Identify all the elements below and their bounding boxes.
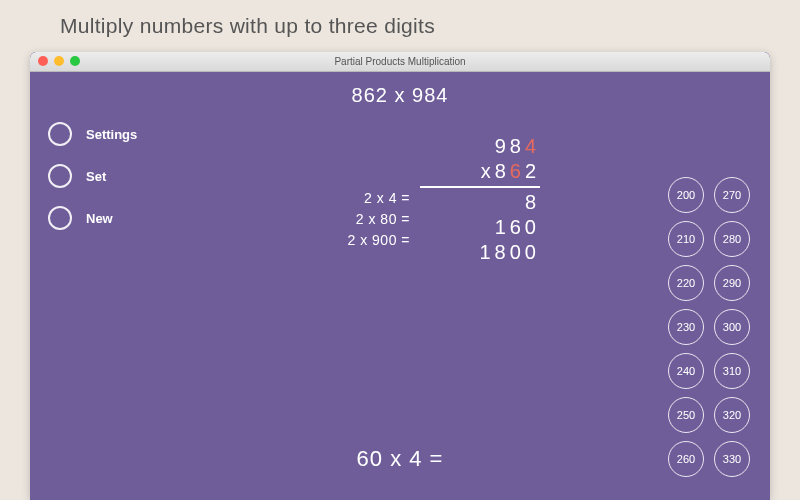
traffic-lights [38, 56, 80, 66]
partial-equation: 2 x 900 = [290, 230, 410, 251]
answer-chip[interactable]: 240 [668, 353, 704, 389]
sidebar-item-new[interactable]: New [48, 206, 137, 230]
answer-chip[interactable]: 210 [668, 221, 704, 257]
rule-line [420, 186, 540, 188]
sidebar-item-settings[interactable]: Settings [48, 122, 137, 146]
answer-chip[interactable]: 330 [714, 441, 750, 477]
content-area: 862 x 984 Settings Set New 984 x862 8 16… [30, 72, 770, 500]
answer-chip[interactable]: 230 [668, 309, 704, 345]
answer-chip[interactable]: 270 [714, 177, 750, 213]
partial-equations: 2 x 4 = 2 x 80 = 2 x 900 = [290, 188, 410, 251]
partial-result: 160 [420, 215, 540, 240]
answer-chip[interactable]: 320 [714, 397, 750, 433]
multiplicand-row: 984 [420, 134, 540, 159]
sidebar: Settings Set New [48, 122, 137, 248]
answer-chip[interactable]: 290 [714, 265, 750, 301]
answer-chip[interactable]: 250 [668, 397, 704, 433]
circle-icon [48, 206, 72, 230]
sidebar-item-label: Set [86, 169, 106, 184]
multiplier-row: x862 [420, 159, 540, 184]
partial-result: 8 [420, 190, 540, 215]
answer-chip[interactable]: 260 [668, 441, 704, 477]
sidebar-item-label: New [86, 211, 113, 226]
titlebar: Partial Products Multiplication [30, 52, 770, 72]
partial-equation: 2 x 4 = [290, 188, 410, 209]
page-heading: Multiply numbers with up to three digits [60, 14, 435, 38]
answer-chip[interactable]: 310 [714, 353, 750, 389]
window-title: Partial Products Multiplication [334, 56, 465, 67]
current-question: 60 x 4 = [30, 446, 770, 472]
answer-chip[interactable]: 220 [668, 265, 704, 301]
answer-chip[interactable]: 300 [714, 309, 750, 345]
sidebar-item-label: Settings [86, 127, 137, 142]
circle-icon [48, 122, 72, 146]
close-icon[interactable] [38, 56, 48, 66]
problem-label: 862 x 984 [30, 84, 770, 107]
partial-result: 1800 [420, 240, 540, 265]
partial-equation: 2 x 80 = [290, 209, 410, 230]
sidebar-item-set[interactable]: Set [48, 164, 137, 188]
answer-chip[interactable]: 200 [668, 177, 704, 213]
answer-chip[interactable]: 280 [714, 221, 750, 257]
zoom-icon[interactable] [70, 56, 80, 66]
vertical-multiplication: 984 x862 8 160 1800 [420, 134, 540, 265]
answer-chips: 200 270 210 280 220 290 230 300 240 310 … [668, 177, 750, 477]
app-window: Partial Products Multiplication 862 x 98… [30, 52, 770, 500]
circle-icon [48, 164, 72, 188]
minimize-icon[interactable] [54, 56, 64, 66]
